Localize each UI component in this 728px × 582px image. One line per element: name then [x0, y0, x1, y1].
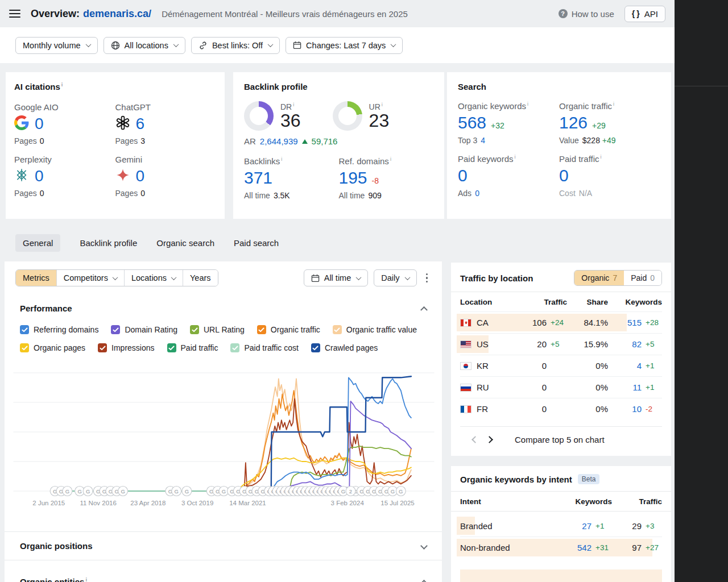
best-links-dropdown[interactable]: Best links: Off — [191, 37, 280, 54]
organic-traffic-value[interactable]: 126 — [559, 113, 588, 132]
keywords-value[interactable]: 515 — [608, 318, 642, 327]
col-share[interactable]: Share — [567, 298, 608, 306]
svg-text:G: G — [391, 488, 395, 494]
info-icon[interactable]: i — [515, 154, 516, 160]
keywords-value[interactable]: 82 — [608, 339, 642, 349]
keywords-value[interactable]: 11 — [608, 383, 642, 392]
col-keywords[interactable]: Keywords — [552, 497, 612, 506]
keywords-delta: -2 — [642, 405, 662, 413]
keywords-value[interactable]: 4 — [608, 361, 642, 371]
ur-label: URi — [369, 102, 390, 111]
intent-label: Non-branded — [460, 543, 552, 552]
metrics-segment[interactable]: Metrics — [16, 270, 56, 286]
col-traffic[interactable]: Traffic — [510, 298, 567, 306]
info-icon[interactable]: i — [390, 156, 391, 162]
prev-page-icon[interactable] — [471, 436, 479, 443]
metric-toggle-organic-traffic-value[interactable]: Organic traffic value — [333, 325, 417, 334]
metric-toggle-paid-traffic-cost[interactable]: Paid traffic cost — [230, 343, 298, 352]
organic-entities-section[interactable]: Organic entitiesi — [5, 560, 442, 582]
metric-toggle-paid-traffic[interactable]: Paid traffic — [167, 343, 218, 352]
organic-positions-section[interactable]: Organic positions — [5, 531, 442, 560]
compare-top5-link[interactable]: Compare top 5 on chart — [515, 435, 605, 444]
more-options-icon[interactable] — [423, 271, 432, 285]
changes-dropdown[interactable]: Changes: Last 7 days — [286, 37, 403, 54]
chevron-down-icon — [391, 41, 396, 47]
time-range-dropdown[interactable]: All time — [304, 269, 369, 286]
info-icon[interactable]: i — [613, 101, 614, 107]
metric-toggle-domain-rating[interactable]: Domain Rating — [111, 325, 177, 334]
keywords-value[interactable]: 10 — [608, 404, 642, 414]
years-segment[interactable]: Years — [183, 270, 218, 286]
table-row-ru[interactable]: RU00%11+1 — [460, 376, 662, 398]
ai-item-value[interactable]: 0 — [35, 115, 44, 133]
info-icon[interactable]: i — [281, 156, 282, 162]
performance-header[interactable]: Performance — [20, 304, 427, 313]
metric-toggle-impressions[interactable]: Impressions — [98, 343, 154, 352]
next-page-icon[interactable] — [486, 436, 493, 443]
tab-backlink-profile[interactable]: Backlink profile — [80, 234, 137, 252]
tab-organic-search[interactable]: Organic search — [156, 234, 214, 252]
table-row-us[interactable]: US20+515.9%82+5 — [460, 333, 662, 355]
country-code: KR — [477, 361, 489, 371]
table-row-ca[interactable]: CA106+2484.1%515+28 — [460, 311, 662, 333]
paid-traffic-value[interactable]: 0 — [559, 166, 569, 185]
checkbox-checked-icon — [167, 343, 176, 352]
info-icon[interactable]: i — [527, 101, 528, 107]
paid-toggle[interactable]: Paid0 — [624, 271, 661, 285]
monthly-volume-dropdown[interactable]: Monthly volume — [15, 37, 98, 54]
keywords-value[interactable]: 542 — [552, 543, 592, 552]
ar-value[interactable]: 2,644,939 — [260, 136, 298, 146]
ai-item-value[interactable]: 0 — [136, 167, 145, 185]
col-traffic[interactable]: Traffic — [612, 497, 662, 506]
info-icon[interactable]: i — [601, 154, 602, 160]
intent-row-non-branded[interactable]: Non-branded542+3197+27 — [460, 537, 662, 558]
organic-entities-title: Organic entitiesi — [20, 577, 87, 582]
table-row-kr[interactable]: KR00%4+1 — [460, 355, 662, 376]
how-to-use-link[interactable]: ? How to use — [559, 9, 614, 19]
intent-traffic-cell: 97+27 — [612, 543, 662, 552]
competitors-segment[interactable]: Competitors — [56, 270, 124, 286]
api-button[interactable]: { } API — [624, 6, 665, 22]
performance-chart[interactable]: GGGGGGGGGGGGGGGGGGGGGGGGGGGGGGGGGGGGGGGG… — [11, 367, 436, 518]
metric-toggle-url-rating[interactable]: URL Rating — [190, 325, 245, 334]
locations-filter-dropdown[interactable]: All locations — [104, 37, 185, 54]
keywords-value[interactable]: 27 — [552, 521, 592, 531]
menu-icon[interactable] — [9, 10, 20, 18]
traffic-delta: +27 — [642, 543, 662, 552]
ref-domains-label: Ref. domainsi — [339, 156, 434, 166]
help-icon: ? — [559, 9, 568, 18]
info-icon[interactable]: i — [293, 102, 294, 107]
traffic-cell: 106+24 — [510, 318, 567, 327]
metric-toggle-crawled-pages[interactable]: Crawled pages — [311, 343, 378, 352]
tab-general[interactable]: General — [15, 234, 60, 252]
organic-toggle[interactable]: Organic7 — [574, 271, 624, 285]
organic-keywords-value[interactable]: 568 — [458, 113, 486, 132]
chevron-down-icon — [171, 275, 177, 280]
svg-text:G: G — [175, 488, 179, 494]
ai-citations-title: AI citationsi — [14, 82, 63, 92]
tab-paid-search[interactable]: Paid search — [234, 234, 279, 252]
domain-link[interactable]: demenaris.ca/ — [83, 8, 151, 19]
backlinks-value[interactable]: 371 — [244, 168, 272, 188]
paid-keywords-value[interactable]: 0 — [458, 166, 468, 185]
table-row-fr[interactable]: FR00%10-2 — [460, 398, 662, 419]
backlink-profile-title: Backlink profile — [244, 82, 308, 92]
ai-item-value[interactable]: 6 — [136, 115, 145, 133]
locations-segment[interactable]: Locations — [124, 270, 183, 286]
up-triangle-icon — [302, 139, 308, 144]
metric-toggle-organic-pages[interactable]: Organic pages — [20, 343, 85, 352]
svg-text:14 Mar 2021: 14 Mar 2021 — [229, 500, 266, 506]
col-intent[interactable]: Intent — [460, 497, 552, 506]
col-location[interactable]: Location — [460, 298, 510, 306]
ref-domains-value[interactable]: 195 — [339, 168, 367, 188]
intent-title: Organic keywords by intent — [460, 475, 572, 484]
metric-toggle-referring-domains[interactable]: Referring domains — [20, 325, 98, 334]
metric-toggle-organic-traffic[interactable]: Organic traffic — [257, 325, 320, 334]
info-icon[interactable]: i — [85, 577, 87, 582]
intent-row-branded[interactable]: Branded27+129+3 — [460, 515, 662, 537]
col-keywords[interactable]: Keywords — [608, 298, 662, 306]
info-icon[interactable]: i — [61, 82, 63, 88]
granularity-dropdown[interactable]: Daily — [374, 269, 416, 286]
ai-item-value[interactable]: 0 — [35, 167, 44, 185]
info-icon[interactable]: i — [382, 102, 383, 107]
